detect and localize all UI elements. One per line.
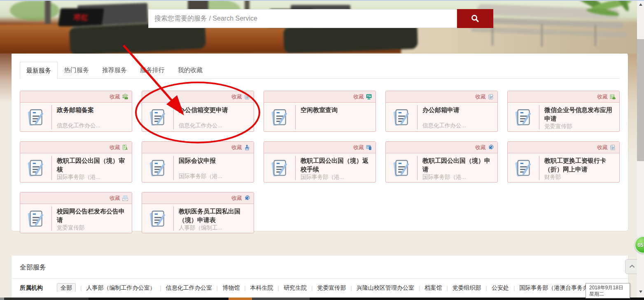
favorite-star-icon[interactable] (609, 144, 616, 151)
filter-item-10[interactable]: 公安处 (492, 284, 509, 291)
filter-item-0[interactable]: 全部 (57, 283, 76, 292)
filter-separator: | (244, 285, 245, 291)
card-body[interactable]: 校园网公告栏发布公告申请 党委宣传部 (20, 204, 132, 233)
favorite-label[interactable]: 收藏 (597, 93, 608, 101)
doc-edit-icon (391, 107, 412, 128)
filter-item-6[interactable]: 党委宣传部 (317, 284, 346, 291)
service-title: 办公信箱变更申请 (179, 105, 250, 114)
favorite-star-icon[interactable] (488, 144, 494, 151)
card-header: 收藏 (386, 91, 497, 103)
service-department: 国际事务部（港... (301, 173, 372, 180)
card-header: 收藏 (20, 91, 132, 103)
service-card[interactable]: 收藏 校园网公告栏发布公告申请 党委宣传部 (20, 192, 132, 233)
card-body[interactable]: 教职医务员工因私出国（境）申请表 人事部（编制工... (142, 204, 254, 233)
tab-0[interactable]: 最新服务 (20, 62, 58, 79)
service-card[interactable]: 收藏 国际会议申报 国际事务部（港... (142, 141, 254, 183)
service-department: 信息化工作办公... (179, 122, 250, 129)
card-text: 空闲教室查询 (295, 103, 376, 132)
service-card[interactable]: 收藏 教职医务员工因私出国（境）申请表 人事部（编制工... (142, 192, 254, 233)
service-icon-wrap (386, 153, 417, 183)
service-card[interactable]: 收藏 办公邮箱申请 信息化工作办公... (385, 91, 498, 132)
favorite-label[interactable]: 收藏 (110, 144, 120, 151)
service-department: 财务部 (544, 173, 616, 180)
favorite-label[interactable]: 收藏 (110, 93, 120, 101)
favorite-label[interactable]: 收藏 (110, 195, 120, 202)
favorite-label[interactable]: 收藏 (475, 144, 486, 151)
scrollbar-thumb[interactable] (637, 39, 644, 161)
card-body[interactable]: 教职工更换工资银行卡（折）网上申请 财务部 (508, 153, 619, 183)
filter-item-7[interactable]: 兴隆山校区管理办公室 (357, 284, 414, 291)
gov-mail-icon (26, 107, 46, 128)
filter-item-2[interactable]: 信息化工作办公室 (166, 284, 212, 291)
favorite-star-icon[interactable] (122, 144, 128, 151)
card-divider (539, 105, 539, 129)
service-card[interactable]: 收藏 教职工更换工资银行卡（折）网上申请 财务部 (507, 141, 620, 183)
doc-edit-icon (147, 107, 168, 128)
card-body[interactable]: 教职工因公出国（境）申请 国际事务部（港... (386, 153, 497, 183)
service-card[interactable]: 收藏 教职工因公出国（境）返校手续 国际事务部（港... (264, 141, 376, 183)
filter-item-1[interactable]: 人事部（编制工作办公室） (86, 284, 155, 291)
card-body[interactable]: 办公信箱变更申请 信息化工作办公... (142, 103, 254, 132)
service-icon-wrap (142, 153, 173, 183)
browser-top-edge (0, 0, 644, 1)
tab-4[interactable]: 我的收藏 (171, 62, 209, 79)
filter-item-8[interactable]: 档案馆 (425, 284, 442, 291)
favorite-label[interactable]: 收藏 (231, 93, 242, 101)
globe-plane-icon (147, 209, 168, 229)
card-text: 国际会议申报 国际事务部（港... (173, 153, 254, 183)
tab-2[interactable]: 推荐服务 (96, 62, 133, 79)
doc-suitcase-icon (269, 158, 290, 178)
card-body[interactable]: 微信企业号信息发布应用申请 党委宣传部 (508, 103, 619, 132)
scrollbar-up-arrow[interactable] (637, 1, 644, 8)
favorite-star-icon[interactable] (122, 195, 128, 202)
service-department: 国际事务部（港... (57, 173, 128, 180)
favorite-star-icon[interactable] (244, 195, 250, 202)
card-body[interactable]: 教职工因公出国（境）审核 国际事务部（港... (20, 153, 132, 183)
service-department: 党委宣传部 (544, 123, 616, 129)
card-divider (295, 105, 296, 129)
favorite-label[interactable]: 收藏 (597, 144, 608, 151)
card-body[interactable]: 政务邮箱备案 信息化工作办公... (20, 103, 132, 132)
card-body[interactable]: 办公邮箱申请 信息化工作办公... (386, 103, 497, 132)
messenger-badge[interactable]: 65 (635, 236, 644, 253)
favorite-label[interactable]: 收藏 (231, 144, 242, 151)
card-body[interactable]: 国际会议申报 国际事务部（港... (142, 153, 254, 183)
service-title: 国际会议申报 (179, 156, 250, 165)
search-button[interactable] (457, 9, 493, 28)
service-card[interactable]: 收藏 微信企业号信息发布应用申请 党委宣传部 (507, 91, 620, 132)
card-body[interactable]: 教职工因公出国（境）返校手续 国际事务部（港... (264, 153, 376, 183)
search-bar (148, 9, 493, 28)
favorite-label[interactable]: 收藏 (475, 93, 486, 101)
service-icon-wrap (142, 103, 173, 132)
tab-1[interactable]: 热门服务 (58, 62, 96, 79)
favorite-star-icon[interactable] (244, 144, 250, 151)
service-card[interactable]: 收藏 办公信箱变更申请 信息化工作办公... (142, 91, 254, 132)
card-header: 收藏 (20, 142, 132, 153)
card-header: 收藏 (20, 192, 132, 204)
card-text: 教职医务员工因私出国（境）申请表 人事部（编制工... (173, 204, 254, 233)
favorite-label[interactable]: 收藏 (353, 144, 364, 151)
filter-item-5[interactable]: 研究生院 (284, 284, 307, 291)
filter-item-9[interactable]: 党委组织部 (453, 284, 481, 291)
service-card[interactable]: 收藏 教职工因公出国（境）审核 国际事务部（港... (20, 141, 132, 183)
favorite-star-icon[interactable] (244, 94, 250, 100)
banner-left-fade (0, 54, 12, 103)
favorite-star-icon[interactable] (366, 94, 372, 100)
favorite-star-icon[interactable] (366, 144, 372, 151)
filter-item-11[interactable]: 国际事务部（港澳台事务办 (519, 284, 588, 291)
filter-separator: | (513, 285, 515, 291)
search-input[interactable] (148, 9, 457, 28)
card-body[interactable]: 空闲教室查询 (264, 103, 376, 132)
favorite-label[interactable]: 收藏 (231, 195, 242, 202)
filter-item-3[interactable]: 博物馆 (222, 284, 240, 291)
service-card[interactable]: 收藏 空闲教室查询 (264, 91, 376, 132)
service-card[interactable]: 收藏 政务邮箱备案 信息化工作办公... (20, 91, 132, 132)
scrollbar-down-arrow[interactable] (637, 288, 644, 295)
filter-item-4[interactable]: 本科生院 (250, 284, 273, 291)
favorite-star-icon[interactable] (122, 94, 128, 100)
service-card[interactable]: 收藏 教职工因公出国（境）申请 国际事务部（港... (385, 141, 498, 183)
favorite-star-icon[interactable] (609, 94, 616, 100)
favorite-label[interactable]: 收藏 (353, 93, 364, 101)
favorite-star-icon[interactable] (488, 94, 494, 100)
tab-3[interactable]: 服务排行 (133, 62, 171, 79)
